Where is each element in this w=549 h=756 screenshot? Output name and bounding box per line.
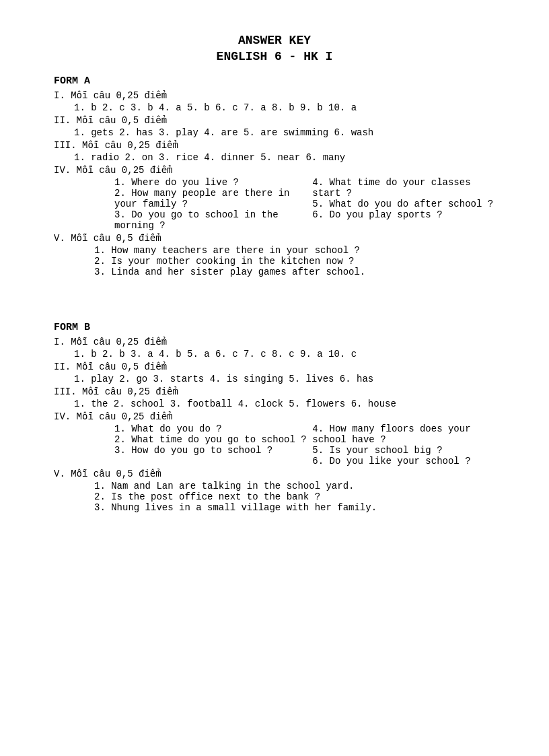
form-b-part-i-answers: 1. b 2. b 3. a 4. b 5. a 6. c 7. c 8. c …: [74, 349, 495, 359]
form-b-part-ii-label: II. Mỗi câu 0,5 điểm: [54, 361, 495, 372]
page-title-2: ENGLISH 6 - HK I: [54, 50, 495, 63]
form-b-v-s1: 1. Nam and Lan are talking in the school…: [94, 481, 495, 491]
form-a-part-i-label: I. Mỗi câu 0,25 điểm: [54, 90, 495, 101]
form-a-v-s2: 2. Is your mother cooking in the kitchen…: [94, 256, 495, 267]
form-a-section: FORM A I. Mỗi câu 0,25 điểm 1. b 2. c 3.…: [54, 75, 495, 277]
form-a-iv-q6: 6. Do you play sports ?: [312, 209, 495, 220]
form-b-part-ii-answers: 1. play 2. go 3. starts 4. is singing 5.…: [74, 374, 495, 384]
form-a-iv-q5: 5. What do you do after school ?: [312, 199, 495, 209]
form-b-section: FORM B I. Mỗi câu 0,25 điểm 1. b 2. b 3.…: [54, 322, 495, 513]
form-a-part-iii-answers: 1. radio 2. on 3. rice 4. dinner 5. near…: [74, 152, 495, 163]
form-b-iv-q6: 6. Do you like your school ?: [312, 456, 495, 467]
form-a-part-ii-answers: 1. gets 2. has 3. play 4. are 5. are swi…: [74, 127, 495, 138]
form-b-iv-q2: 2. What time do you go to school ?: [114, 434, 312, 445]
form-b-v-s3: 3. Nhung lives in a small village with h…: [94, 502, 495, 513]
form-b-part-i-label: I. Mỗi câu 0,25 điểm: [54, 336, 495, 347]
form-a-label: FORM A: [54, 75, 495, 87]
form-a-part-iv-questions: 1. Where do you live ? 2. How many peopl…: [74, 177, 495, 231]
form-a-part-i-answers: 1. b 2. c 3. b 4. a 5. b 6. c 7. a 8. b …: [74, 102, 495, 113]
form-b-iv-q3: 3. How do you go to school ?: [114, 445, 312, 456]
form-a-v-s3: 3. Linda and her sister play games after…: [94, 267, 495, 277]
form-b-iv-q4: 4. How many floors does your school have…: [312, 423, 495, 445]
form-a-iv-q1: 1. Where do you live ?: [114, 177, 312, 188]
form-b-iv-q5: 5. Is your school big ?: [312, 445, 495, 456]
form-b-part-v-label: V. Mỗi câu 0,5 điểm: [54, 468, 495, 479]
form-b-part-iv-questions: 1. What do you do ? 2. What time do you …: [74, 423, 495, 467]
form-b-part-iii-label: III. Mỗi câu 0,25 điểm: [54, 386, 495, 397]
form-a-part-ii-label: II. Mỗi câu 0,5 điểm: [54, 114, 495, 126]
form-b-iv-q1: 1. What do you do ?: [114, 423, 312, 434]
form-b-part-iii-answers: 1. the 2. school 3. football 4. clock 5.…: [74, 399, 495, 409]
form-a-part-iv-label: IV. Mỗi câu 0,25 điểm: [54, 164, 495, 176]
form-a-iv-q4: 4. What time do your classes start ?: [312, 177, 495, 199]
form-b-v-s2: 2. Is the post office next to the bank ?: [94, 491, 495, 502]
page-title-1: ANSWER KEY: [54, 34, 495, 47]
form-a-v-s1: 1. How many teachers are there in your s…: [94, 245, 495, 256]
form-a-iv-q3: 3. Do you go to school in the morning ?: [114, 209, 312, 231]
form-a-iv-q2: 2. How many people are there in your fam…: [114, 188, 312, 209]
form-b-label: FORM B: [54, 322, 495, 333]
form-b-part-iv-label: IV. Mỗi câu 0,25 điểm: [54, 411, 495, 422]
form-a-part-v-label: V. Mỗi câu 0,5 điểm: [54, 232, 495, 244]
form-a-part-iii-label: III. Mỗi câu 0,25 điểm: [54, 139, 495, 151]
